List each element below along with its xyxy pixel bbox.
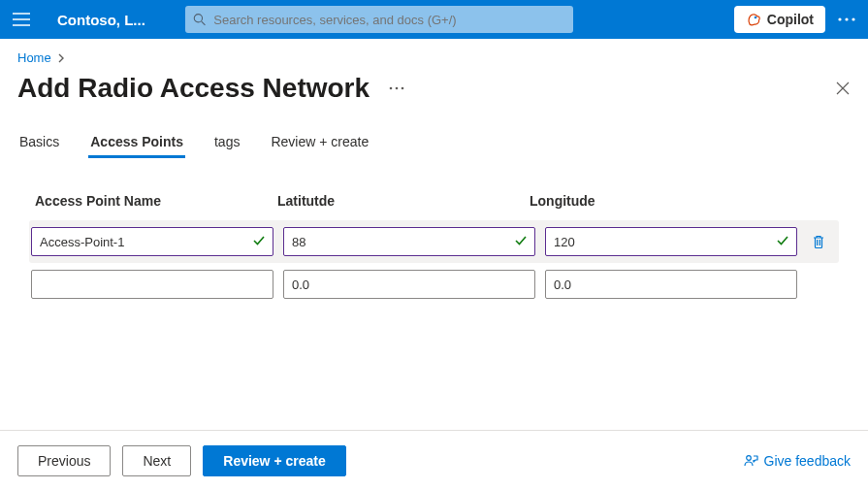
feedback-icon: [743, 453, 758, 469]
svg-point-7: [396, 87, 399, 90]
top-bar: Contoso, L... Copilot: [0, 0, 868, 39]
global-search[interactable]: [185, 6, 573, 33]
svg-point-8: [402, 87, 404, 90]
svg-point-5: [852, 17, 854, 20]
svg-point-9: [746, 455, 751, 460]
search-input[interactable]: [211, 12, 565, 28]
copilot-label: Copilot: [767, 12, 814, 27]
review-create-button[interactable]: Review + create: [203, 445, 345, 476]
tabs: Basics Access Points tags Review + creat…: [17, 128, 851, 158]
page-overflow-button[interactable]: [389, 86, 404, 90]
svg-point-3: [838, 17, 841, 20]
close-icon: [835, 81, 851, 96]
check-icon: [514, 234, 528, 247]
column-header-longitude: Longitude: [530, 193, 782, 209]
check-icon: [252, 234, 266, 247]
page-title: Add Radio Access Network: [17, 73, 370, 104]
copilot-button[interactable]: Copilot: [734, 6, 825, 33]
latitude-input[interactable]: [283, 270, 535, 299]
svg-point-4: [845, 17, 848, 20]
chevron-right-icon: [57, 53, 65, 63]
tab-review-create[interactable]: Review + create: [269, 128, 370, 158]
tab-basics[interactable]: Basics: [17, 128, 61, 158]
longitude-input[interactable]: [545, 270, 797, 299]
tenant-name[interactable]: Contoso, L...: [57, 12, 164, 28]
tab-tags[interactable]: tags: [212, 128, 241, 158]
give-feedback-link[interactable]: Give feedback: [743, 453, 852, 469]
table-row: [29, 220, 839, 263]
table-row: [29, 263, 839, 306]
close-button[interactable]: [835, 81, 851, 96]
column-header-latitude: Latitutde: [277, 193, 530, 209]
longitude-input[interactable]: [545, 227, 797, 256]
delete-row-button[interactable]: [807, 230, 830, 253]
svg-line-1: [202, 21, 206, 25]
svg-point-0: [194, 15, 202, 22]
tab-access-points[interactable]: Access Points: [88, 128, 185, 158]
search-icon: [193, 13, 206, 26]
access-point-name-input[interactable]: [31, 270, 273, 299]
copilot-icon: [746, 12, 761, 27]
check-icon: [776, 234, 789, 247]
access-point-name-input[interactable]: [31, 227, 273, 256]
access-points-table: Access Point Name Latitutde Longitude: [29, 187, 839, 306]
breadcrumb: Home: [17, 50, 851, 65]
hamburger-menu-button[interactable]: [10, 8, 33, 31]
breadcrumb-home[interactable]: Home: [17, 50, 51, 65]
next-button[interactable]: Next: [122, 445, 191, 476]
more-horizontal-icon: [838, 17, 855, 21]
top-overflow-button[interactable]: [835, 8, 858, 31]
more-horizontal-icon: [389, 86, 404, 90]
footer-bar: Previous Next Review + create Give feedb…: [0, 430, 868, 490]
trash-icon: [811, 234, 826, 249]
previous-button[interactable]: Previous: [17, 445, 111, 476]
feedback-label: Give feedback: [764, 453, 852, 469]
latitude-input[interactable]: [283, 227, 535, 256]
hamburger-icon: [13, 13, 30, 26]
column-header-name: Access Point Name: [35, 193, 277, 209]
svg-point-2: [754, 16, 756, 19]
svg-point-6: [390, 87, 393, 90]
